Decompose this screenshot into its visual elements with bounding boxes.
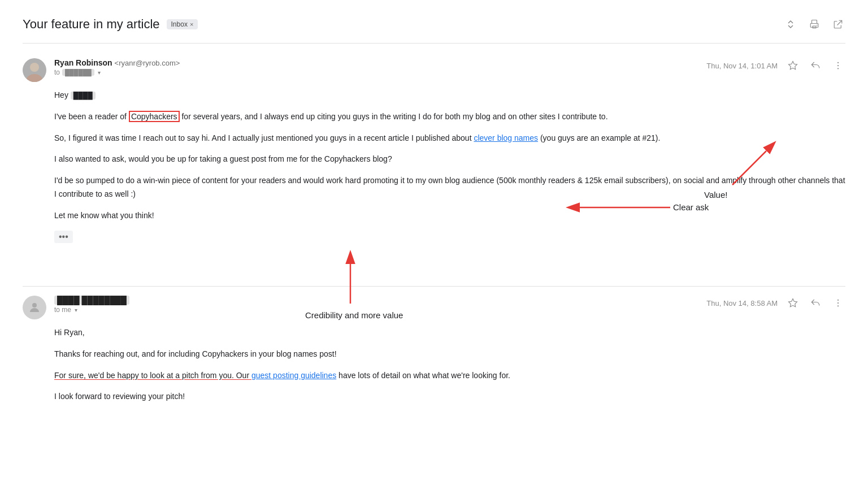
sender-info-1: Ryan Robinson <ryanr@ryrob.com> to █████… [54,58,706,76]
svg-point-20 [837,302,839,304]
avatar-placeholder-2 [23,296,46,319]
svg-point-21 [837,305,839,306]
redline-sentence: For sure, we'd be happy to look at a pit… [54,371,251,380]
inbox-label: Inbox [171,20,188,28]
subject-title: Your feature in my article [23,17,160,32]
email2-para3: I look forward to reviewing your pitch! [54,390,845,404]
copyhackers-highlight: Copyhackers [129,111,180,122]
svg-rect-0 [812,20,817,24]
inbox-badge: Inbox × [167,19,198,29]
to-dropdown-arrow[interactable]: ▾ [98,70,101,76]
svg-point-17 [32,303,37,308]
open-new-window-button[interactable] [831,17,845,32]
email1-signoff: Let me know what you think! [54,209,845,223]
svg-point-5 [30,63,39,72]
email1-para3: I also wanted to ask, would you be up fo… [54,153,845,166]
svg-point-8 [837,62,839,63]
star-button-1[interactable] [785,58,800,73]
subject-line: Your feature in my article Inbox × [23,11,845,44]
svg-point-10 [837,68,839,69]
guest-posting-guidelines-link[interactable]: guest posting guidelines [251,371,336,380]
email1-greeting: Hey ████ [54,89,845,102]
email-body-2: Hi Ryan, Thanks for reaching out, and fo… [23,326,845,404]
email-header-2: ████ ████████ to me ▾ Thu, Nov 14, 8:58 … [23,296,845,319]
svg-marker-18 [789,299,797,307]
badge-close-button[interactable]: × [190,21,193,28]
sender-name-2: ████ ████████ [54,296,129,305]
clever-blog-names-link[interactable]: clever blog names [474,133,538,142]
chevron-updown-button[interactable] [783,17,798,32]
email-body-1: Hey ████ I've been a reader of Copyhacke… [23,89,845,244]
email-thread: Ryan Robinson <ryanr@ryrob.com> to █████… [23,49,845,423]
email1-para1: I've been a reader of Copyhackers for se… [54,110,845,124]
email1-para4: I'd be so pumped to do a win-win piece o… [54,174,845,201]
email-item-2: ████ ████████ to me ▾ Thu, Nov 14, 8:58 … [23,287,845,423]
more-button-2[interactable] [831,296,845,310]
svg-point-3 [817,25,818,26]
reply-button-1[interactable] [808,58,823,73]
star-button-2[interactable] [785,296,800,310]
email-item-1: Ryan Robinson <ryanr@ryrob.com> to █████… [23,49,845,287]
more-button-1[interactable] [831,58,845,73]
svg-marker-7 [789,62,797,70]
svg-point-19 [837,300,839,301]
sender-info-2: ████ ████████ to me ▾ [54,296,706,314]
email2-para2: For sure, we'd be happy to look at a pit… [54,369,845,383]
svg-point-9 [837,65,839,66]
sender-to-2: to me ▾ [54,306,706,314]
email1-para2: So, I figured it was time I reach out to… [54,132,845,145]
avatar-ryan [23,58,46,82]
sender-to-1: to ██████ ▾ [54,68,706,76]
email-header-1: Ryan Robinson <ryanr@ryrob.com> to █████… [23,58,845,82]
expand-email-button[interactable]: ••• [54,231,73,243]
reply-button-2[interactable] [808,296,823,310]
email2-greeting: Hi Ryan, [54,326,845,340]
email2-para1: Thanks for reaching out, and for includi… [54,348,845,361]
email-container: Your feature in my article Inbox × [0,0,868,434]
to-dropdown-arrow-2[interactable]: ▾ [75,307,77,313]
sender-name-1: Ryan Robinson <ryanr@ryrob.com> [54,58,706,67]
print-button[interactable] [807,17,822,32]
timestamp-2: Thu, Nov 14, 8:58 AM [706,299,778,308]
email-meta-1: Thu, Nov 14, 1:01 AM [706,58,845,73]
timestamp-1: Thu, Nov 14, 1:01 AM [706,62,778,70]
email-meta-2: Thu, Nov 14, 8:58 AM [706,296,845,310]
subject-actions [783,17,845,32]
